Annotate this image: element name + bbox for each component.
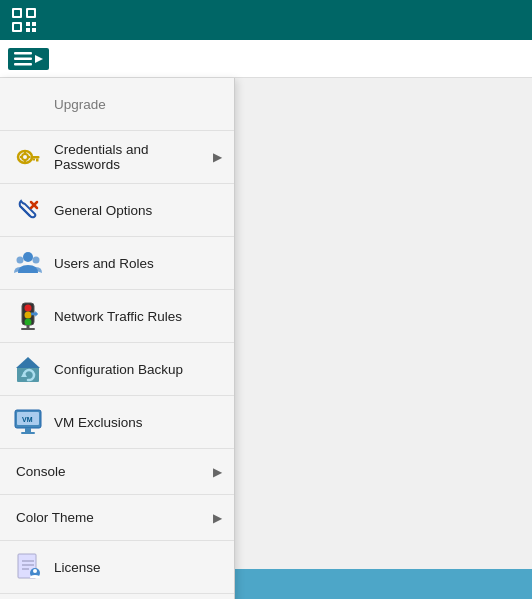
vm-exclusions-label: VM Exclusions xyxy=(54,415,222,430)
wrench-icon xyxy=(12,194,44,226)
svg-text:VM: VM xyxy=(22,416,33,423)
svg-point-20 xyxy=(24,152,26,154)
network-traffic-label: Network Traffic Rules xyxy=(54,309,222,324)
main-area: Upgrade Credentials and Passwords xyxy=(0,78,532,569)
svg-point-48 xyxy=(33,569,37,573)
svg-point-28 xyxy=(33,257,40,264)
menu-item-general-options[interactable]: General Options xyxy=(0,184,234,237)
svg-point-27 xyxy=(17,257,24,264)
color-theme-label: Color Theme xyxy=(16,510,209,525)
svg-rect-34 xyxy=(21,328,35,330)
console-label: Console xyxy=(16,464,209,479)
svg-rect-42 xyxy=(21,432,35,434)
menu-item-credentials[interactable]: Credentials and Passwords ▶ xyxy=(0,131,234,184)
svg-marker-13 xyxy=(35,55,43,63)
license-icon xyxy=(12,551,44,583)
color-theme-arrow: ▶ xyxy=(213,511,222,525)
general-options-label: General Options xyxy=(54,203,222,218)
app-logo xyxy=(10,6,38,34)
config-backup-label: Configuration Backup xyxy=(54,362,222,377)
svg-rect-16 xyxy=(31,156,40,159)
svg-point-32 xyxy=(25,319,32,326)
menu-item-config-backup[interactable]: Configuration Backup xyxy=(0,343,234,396)
hamburger-button[interactable] xyxy=(8,48,49,70)
dropdown-menu: Upgrade Credentials and Passwords xyxy=(0,78,235,599)
menu-item-network-traffic[interactable]: Network Traffic Rules xyxy=(0,290,234,343)
svg-point-22 xyxy=(24,160,26,162)
svg-rect-9 xyxy=(32,28,36,32)
svg-rect-1 xyxy=(14,10,20,16)
menu-item-users-roles[interactable]: Users and Roles xyxy=(0,237,234,290)
svg-point-21 xyxy=(28,156,30,158)
svg-rect-8 xyxy=(26,28,30,32)
menu-bar xyxy=(0,40,532,78)
console-arrow: ▶ xyxy=(213,465,222,479)
svg-rect-17 xyxy=(36,159,39,162)
menu-item-console[interactable]: Console ▶ xyxy=(0,449,234,495)
upgrade-icon-wrap xyxy=(12,88,44,120)
svg-point-19 xyxy=(20,156,22,158)
traffic-icon xyxy=(12,300,44,332)
users-roles-label: Users and Roles xyxy=(54,256,222,271)
vm-icon: VM xyxy=(12,406,44,438)
svg-point-31 xyxy=(25,312,32,319)
menu-item-vm-exclusions[interactable]: VM VM Exclusions xyxy=(0,396,234,449)
svg-rect-10 xyxy=(14,52,32,55)
svg-rect-7 xyxy=(32,22,36,26)
svg-rect-6 xyxy=(26,22,30,26)
license-label: License xyxy=(54,560,222,575)
svg-marker-36 xyxy=(16,357,40,368)
svg-rect-18 xyxy=(33,159,36,161)
menu-item-license[interactable]: License xyxy=(0,541,234,594)
backup-icon xyxy=(12,353,44,385)
svg-rect-3 xyxy=(28,10,34,16)
svg-rect-41 xyxy=(25,428,31,432)
svg-rect-11 xyxy=(14,57,32,60)
users-icon xyxy=(12,247,44,279)
key-icon xyxy=(12,141,44,173)
svg-rect-12 xyxy=(14,63,32,66)
upgrade-label: Upgrade xyxy=(54,97,222,112)
svg-point-15 xyxy=(22,154,28,160)
svg-point-30 xyxy=(25,305,32,312)
header-bar xyxy=(0,0,532,40)
credentials-label: Credentials and Passwords xyxy=(54,142,209,172)
menu-item-color-theme[interactable]: Color Theme ▶ xyxy=(0,495,234,541)
menu-item-upgrade[interactable]: Upgrade xyxy=(0,78,234,131)
svg-point-26 xyxy=(23,252,33,262)
menu-item-help[interactable]: Help ▶ xyxy=(0,594,234,599)
credentials-arrow: ▶ xyxy=(213,150,222,164)
svg-rect-5 xyxy=(14,24,20,30)
